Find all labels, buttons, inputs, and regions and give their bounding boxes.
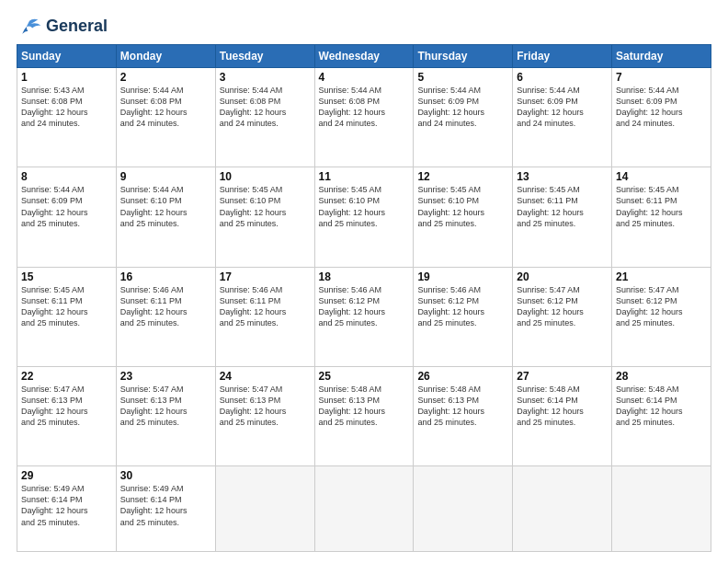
weekday-header-thursday: Thursday xyxy=(414,45,513,68)
day-number: 25 xyxy=(319,370,410,383)
calendar-week-row: 29Sunrise: 5:49 AM Sunset: 6:14 PM Dayli… xyxy=(17,466,711,552)
day-info: Sunrise: 5:44 AM Sunset: 6:09 PM Dayligh… xyxy=(417,85,508,130)
calendar-cell: 26Sunrise: 5:48 AM Sunset: 6:13 PM Dayli… xyxy=(414,366,513,465)
day-info: Sunrise: 5:45 AM Sunset: 6:11 PM Dayligh… xyxy=(616,184,707,229)
calendar-cell: 1Sunrise: 5:43 AM Sunset: 6:08 PM Daylig… xyxy=(17,68,117,167)
day-number: 1 xyxy=(21,71,112,84)
day-number: 12 xyxy=(417,170,508,183)
calendar-cell: 13Sunrise: 5:45 AM Sunset: 6:11 PM Dayli… xyxy=(513,167,612,267)
day-info: Sunrise: 5:44 AM Sunset: 6:08 PM Dayligh… xyxy=(120,85,211,130)
day-number: 24 xyxy=(220,370,311,383)
day-info: Sunrise: 5:48 AM Sunset: 6:14 PM Dayligh… xyxy=(616,384,707,429)
day-number: 30 xyxy=(120,469,211,482)
calendar-cell: 28Sunrise: 5:48 AM Sunset: 6:14 PM Dayli… xyxy=(612,366,711,465)
day-info: Sunrise: 5:48 AM Sunset: 6:14 PM Dayligh… xyxy=(517,384,608,429)
day-number: 13 xyxy=(517,170,608,183)
weekday-header-monday: Monday xyxy=(116,45,215,68)
weekday-header-friday: Friday xyxy=(513,45,612,68)
calendar-cell: 3Sunrise: 5:44 AM Sunset: 6:08 PM Daylig… xyxy=(215,68,314,167)
day-info: Sunrise: 5:46 AM Sunset: 6:11 PM Dayligh… xyxy=(120,284,211,329)
calendar-cell xyxy=(215,466,314,552)
day-number: 9 xyxy=(120,170,211,183)
day-info: Sunrise: 5:44 AM Sunset: 6:09 PM Dayligh… xyxy=(21,184,112,229)
calendar-cell: 29Sunrise: 5:49 AM Sunset: 6:14 PM Dayli… xyxy=(17,466,117,552)
day-info: Sunrise: 5:49 AM Sunset: 6:14 PM Dayligh… xyxy=(120,483,211,528)
day-number: 26 xyxy=(417,370,508,383)
day-number: 16 xyxy=(120,270,211,283)
calendar-cell: 20Sunrise: 5:47 AM Sunset: 6:12 PM Dayli… xyxy=(513,267,612,366)
calendar-cell xyxy=(612,466,711,552)
day-info: Sunrise: 5:47 AM Sunset: 6:12 PM Dayligh… xyxy=(517,284,608,329)
calendar-cell: 14Sunrise: 5:45 AM Sunset: 6:11 PM Dayli… xyxy=(612,167,711,267)
day-info: Sunrise: 5:49 AM Sunset: 6:14 PM Dayligh… xyxy=(21,483,112,528)
day-info: Sunrise: 5:46 AM Sunset: 6:11 PM Dayligh… xyxy=(220,284,311,329)
day-number: 5 xyxy=(417,71,508,84)
calendar-cell: 25Sunrise: 5:48 AM Sunset: 6:13 PM Dayli… xyxy=(314,366,414,465)
weekday-header-saturday: Saturday xyxy=(612,45,711,68)
calendar-cell: 22Sunrise: 5:47 AM Sunset: 6:13 PM Dayli… xyxy=(17,366,117,465)
day-number: 19 xyxy=(417,270,508,283)
day-info: Sunrise: 5:47 AM Sunset: 6:13 PM Dayligh… xyxy=(120,384,211,429)
day-info: Sunrise: 5:48 AM Sunset: 6:13 PM Dayligh… xyxy=(319,384,410,429)
calendar-cell: 19Sunrise: 5:46 AM Sunset: 6:12 PM Dayli… xyxy=(414,267,513,366)
day-number: 7 xyxy=(616,71,707,84)
day-info: Sunrise: 5:46 AM Sunset: 6:12 PM Dayligh… xyxy=(319,284,410,329)
calendar-cell: 10Sunrise: 5:45 AM Sunset: 6:10 PM Dayli… xyxy=(215,167,314,267)
calendar-cell: 5Sunrise: 5:44 AM Sunset: 6:09 PM Daylig… xyxy=(414,68,513,167)
logo: General xyxy=(17,17,108,37)
calendar-cell: 12Sunrise: 5:45 AM Sunset: 6:10 PM Dayli… xyxy=(414,167,513,267)
calendar-cell: 4Sunrise: 5:44 AM Sunset: 6:08 PM Daylig… xyxy=(314,68,414,167)
calendar-cell: 21Sunrise: 5:47 AM Sunset: 6:12 PM Dayli… xyxy=(612,267,711,366)
day-number: 22 xyxy=(21,370,112,383)
day-number: 17 xyxy=(220,270,311,283)
page: General SundayMondayTuesdayWednesdayThur… xyxy=(0,0,728,563)
day-info: Sunrise: 5:46 AM Sunset: 6:12 PM Dayligh… xyxy=(417,284,508,329)
day-info: Sunrise: 5:44 AM Sunset: 6:10 PM Dayligh… xyxy=(120,184,211,229)
day-info: Sunrise: 5:44 AM Sunset: 6:08 PM Dayligh… xyxy=(319,85,410,130)
day-info: Sunrise: 5:45 AM Sunset: 6:10 PM Dayligh… xyxy=(417,184,508,229)
day-info: Sunrise: 5:44 AM Sunset: 6:08 PM Dayligh… xyxy=(220,85,311,130)
calendar-cell: 24Sunrise: 5:47 AM Sunset: 6:13 PM Dayli… xyxy=(215,366,314,465)
weekday-header-wednesday: Wednesday xyxy=(314,45,414,68)
day-number: 3 xyxy=(220,71,311,84)
calendar-cell xyxy=(314,466,414,552)
calendar-week-row: 15Sunrise: 5:45 AM Sunset: 6:11 PM Dayli… xyxy=(17,267,711,366)
calendar-cell: 17Sunrise: 5:46 AM Sunset: 6:11 PM Dayli… xyxy=(215,267,314,366)
day-info: Sunrise: 5:45 AM Sunset: 6:11 PM Dayligh… xyxy=(517,184,608,229)
weekday-header-tuesday: Tuesday xyxy=(215,45,314,68)
logo-text: General xyxy=(46,17,108,36)
calendar-cell: 2Sunrise: 5:44 AM Sunset: 6:08 PM Daylig… xyxy=(116,68,215,167)
calendar-cell: 27Sunrise: 5:48 AM Sunset: 6:14 PM Dayli… xyxy=(513,366,612,465)
calendar-cell: 7Sunrise: 5:44 AM Sunset: 6:09 PM Daylig… xyxy=(612,68,711,167)
day-info: Sunrise: 5:44 AM Sunset: 6:09 PM Dayligh… xyxy=(517,85,608,130)
calendar-cell: 18Sunrise: 5:46 AM Sunset: 6:12 PM Dayli… xyxy=(314,267,414,366)
calendar-cell: 9Sunrise: 5:44 AM Sunset: 6:10 PM Daylig… xyxy=(116,167,215,267)
weekday-header-sunday: Sunday xyxy=(17,45,117,68)
calendar-cell xyxy=(513,466,612,552)
day-number: 20 xyxy=(517,270,608,283)
day-number: 2 xyxy=(120,71,211,84)
day-info: Sunrise: 5:44 AM Sunset: 6:09 PM Dayligh… xyxy=(616,85,707,130)
calendar-table: SundayMondayTuesdayWednesdayThursdayFrid… xyxy=(17,44,711,552)
day-info: Sunrise: 5:48 AM Sunset: 6:13 PM Dayligh… xyxy=(417,384,508,429)
day-number: 21 xyxy=(616,270,707,283)
day-number: 10 xyxy=(220,170,311,183)
calendar-week-row: 22Sunrise: 5:47 AM Sunset: 6:13 PM Dayli… xyxy=(17,366,711,465)
calendar-cell: 15Sunrise: 5:45 AM Sunset: 6:11 PM Dayli… xyxy=(17,267,117,366)
day-info: Sunrise: 5:47 AM Sunset: 6:12 PM Dayligh… xyxy=(616,284,707,329)
day-info: Sunrise: 5:45 AM Sunset: 6:11 PM Dayligh… xyxy=(21,284,112,329)
calendar-cell: 8Sunrise: 5:44 AM Sunset: 6:09 PM Daylig… xyxy=(17,167,117,267)
calendar-cell: 30Sunrise: 5:49 AM Sunset: 6:14 PM Dayli… xyxy=(116,466,215,552)
calendar-week-row: 8Sunrise: 5:44 AM Sunset: 6:09 PM Daylig… xyxy=(17,167,711,267)
day-number: 29 xyxy=(21,469,112,482)
logo-bird-icon xyxy=(17,17,42,37)
calendar-cell: 23Sunrise: 5:47 AM Sunset: 6:13 PM Dayli… xyxy=(116,366,215,465)
day-number: 11 xyxy=(319,170,410,183)
day-number: 14 xyxy=(616,170,707,183)
calendar-week-row: 1Sunrise: 5:43 AM Sunset: 6:08 PM Daylig… xyxy=(17,68,711,167)
weekday-header-row: SundayMondayTuesdayWednesdayThursdayFrid… xyxy=(17,45,711,68)
day-number: 18 xyxy=(319,270,410,283)
day-number: 8 xyxy=(21,170,112,183)
day-number: 6 xyxy=(517,71,608,84)
day-info: Sunrise: 5:47 AM Sunset: 6:13 PM Dayligh… xyxy=(21,384,112,429)
